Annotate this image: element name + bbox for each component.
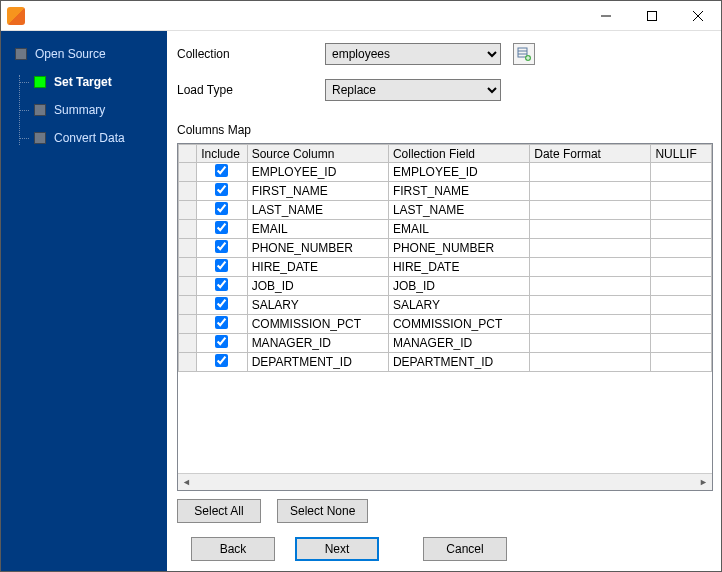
field-cell[interactable]: EMAIL [388,220,529,239]
dateformat-cell[interactable] [530,220,651,239]
field-cell[interactable]: LAST_NAME [388,201,529,220]
scroll-left-icon[interactable]: ◄ [178,474,195,490]
table-row[interactable]: JOB_IDJOB_ID [179,277,712,296]
select-none-button[interactable]: Select None [277,499,368,523]
dateformat-cell[interactable] [530,182,651,201]
include-cell[interactable] [197,182,247,201]
include-cell[interactable] [197,296,247,315]
col-field[interactable]: Collection Field [388,145,529,163]
table-row[interactable]: SALARYSALARY [179,296,712,315]
col-dateformat[interactable]: Date Format [530,145,651,163]
include-checkbox[interactable] [215,202,228,215]
nullif-cell[interactable] [651,220,712,239]
include-cell[interactable] [197,277,247,296]
maximize-button[interactable] [629,1,675,30]
row-header[interactable] [179,182,197,201]
field-cell[interactable]: HIRE_DATE [388,258,529,277]
table-row[interactable]: EMAILEMAIL [179,220,712,239]
field-cell[interactable]: FIRST_NAME [388,182,529,201]
include-cell[interactable] [197,239,247,258]
row-header[interactable] [179,353,197,372]
dateformat-cell[interactable] [530,353,651,372]
sidebar-item-open-source[interactable]: Open Source [11,47,159,61]
field-cell[interactable]: DEPARTMENT_ID [388,353,529,372]
table-row[interactable]: FIRST_NAMEFIRST_NAME [179,182,712,201]
include-checkbox[interactable] [215,335,228,348]
field-cell[interactable]: SALARY [388,296,529,315]
source-cell[interactable]: COMMISSION_PCT [247,315,388,334]
next-button[interactable]: Next [295,537,379,561]
row-header[interactable] [179,220,197,239]
nullif-cell[interactable] [651,334,712,353]
sidebar-item-convert-data[interactable]: Convert Data [20,131,159,145]
dateformat-cell[interactable] [530,163,651,182]
field-cell[interactable]: PHONE_NUMBER [388,239,529,258]
include-cell[interactable] [197,220,247,239]
source-cell[interactable]: LAST_NAME [247,201,388,220]
row-header[interactable] [179,239,197,258]
minimize-button[interactable] [583,1,629,30]
back-button[interactable]: Back [191,537,275,561]
loadtype-select[interactable]: Replace [325,79,501,101]
dateformat-cell[interactable] [530,258,651,277]
include-cell[interactable] [197,315,247,334]
include-checkbox[interactable] [215,297,228,310]
table-row[interactable]: EMPLOYEE_IDEMPLOYEE_ID [179,163,712,182]
dateformat-cell[interactable] [530,334,651,353]
include-checkbox[interactable] [215,240,228,253]
table-row[interactable]: HIRE_DATEHIRE_DATE [179,258,712,277]
field-cell[interactable]: COMMISSION_PCT [388,315,529,334]
include-checkbox[interactable] [215,259,228,272]
nullif-cell[interactable] [651,353,712,372]
nullif-cell[interactable] [651,182,712,201]
sidebar-item-summary[interactable]: Summary [20,103,159,117]
dateformat-cell[interactable] [530,315,651,334]
include-checkbox[interactable] [215,354,228,367]
table-row[interactable]: COMMISSION_PCTCOMMISSION_PCT [179,315,712,334]
cancel-button[interactable]: Cancel [423,537,507,561]
source-cell[interactable]: EMPLOYEE_ID [247,163,388,182]
include-cell[interactable] [197,258,247,277]
source-cell[interactable]: MANAGER_ID [247,334,388,353]
col-nullif[interactable]: NULLIF [651,145,712,163]
collection-select[interactable]: employees [325,43,501,65]
dateformat-cell[interactable] [530,239,651,258]
include-checkbox[interactable] [215,278,228,291]
dateformat-cell[interactable] [530,201,651,220]
nullif-cell[interactable] [651,315,712,334]
table-row[interactable]: LAST_NAMELAST_NAME [179,201,712,220]
source-cell[interactable]: FIRST_NAME [247,182,388,201]
field-cell[interactable]: EMPLOYEE_ID [388,163,529,182]
table-row[interactable]: MANAGER_IDMANAGER_ID [179,334,712,353]
source-cell[interactable]: SALARY [247,296,388,315]
sidebar-item-set-target[interactable]: Set Target [20,75,159,89]
field-cell[interactable]: JOB_ID [388,277,529,296]
dateformat-cell[interactable] [530,277,651,296]
new-collection-button[interactable] [513,43,535,65]
close-button[interactable] [675,1,721,30]
source-cell[interactable]: JOB_ID [247,277,388,296]
row-header[interactable] [179,315,197,334]
field-cell[interactable]: MANAGER_ID [388,334,529,353]
include-checkbox[interactable] [215,164,228,177]
nullif-cell[interactable] [651,201,712,220]
include-cell[interactable] [197,201,247,220]
source-cell[interactable]: PHONE_NUMBER [247,239,388,258]
table-row[interactable]: DEPARTMENT_IDDEPARTMENT_ID [179,353,712,372]
include-cell[interactable] [197,334,247,353]
nullif-cell[interactable] [651,258,712,277]
row-header[interactable] [179,201,197,220]
include-cell[interactable] [197,353,247,372]
grid-horizontal-scrollbar[interactable]: ◄ ► [178,473,712,490]
row-header[interactable] [179,277,197,296]
nullif-cell[interactable] [651,239,712,258]
row-header[interactable] [179,163,197,182]
row-header[interactable] [179,296,197,315]
include-cell[interactable] [197,163,247,182]
row-header[interactable] [179,334,197,353]
select-all-button[interactable]: Select All [177,499,261,523]
nullif-cell[interactable] [651,277,712,296]
include-checkbox[interactable] [215,183,228,196]
nullif-cell[interactable] [651,163,712,182]
dateformat-cell[interactable] [530,296,651,315]
